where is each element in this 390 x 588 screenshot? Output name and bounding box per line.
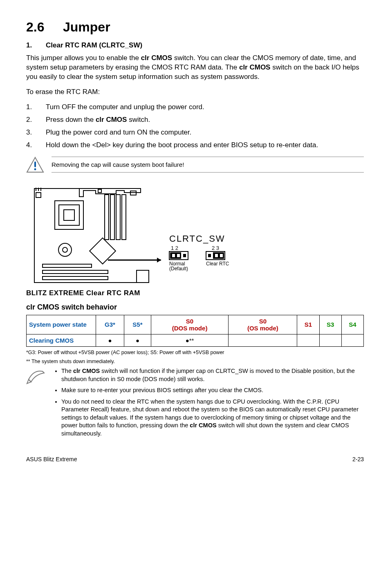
svg-rect-26	[208, 254, 211, 257]
table-row: Clearing CMOS ● ● ●**	[27, 334, 364, 346]
divider	[52, 172, 364, 173]
svg-rect-5	[64, 210, 74, 220]
svg-rect-15	[43, 276, 108, 280]
step-text: Turn OFF the computer and unplug the pow…	[46, 103, 364, 112]
right-mode: Clear RTC	[206, 261, 229, 267]
warning-text: Removing the cap will cause system boot …	[52, 157, 364, 172]
subsection-heading: 1.Clear RTC RAM (CLRTC_SW)	[26, 41, 364, 49]
motherboard-diagram: CLRTC_SW 1 2 Normal (Default) 2 3	[26, 180, 364, 297]
step-item: 2.Press down the clr CMOS switch.	[26, 115, 364, 125]
svg-rect-1	[34, 162, 36, 167]
table-cell	[297, 334, 319, 346]
svg-rect-23	[183, 254, 186, 257]
step-number: 2.	[26, 115, 46, 125]
behavior-heading: clr CMOS switch behavior	[26, 303, 364, 312]
table-col: S5*	[124, 315, 151, 334]
svg-point-7	[63, 247, 67, 252]
svg-rect-28	[220, 254, 223, 257]
step-text: Hold down the <Del> key during the boot …	[46, 141, 364, 150]
page-footer: ASUS Blitz Extreme 2-23	[26, 456, 364, 462]
intro-paragraph: This jumper allows you to enable the clr…	[26, 54, 364, 82]
note-icon	[26, 367, 47, 384]
table-col: S3	[319, 315, 341, 334]
table-col: S0(DOS mode)	[151, 315, 229, 334]
warning-callout: Removing the cap will cause system boot …	[26, 157, 364, 173]
step-number: 1.	[26, 103, 46, 112]
svg-rect-9	[105, 195, 109, 240]
svg-rect-21	[172, 254, 175, 257]
footer-left: ASUS Blitz Extreme	[26, 456, 77, 462]
svg-rect-27	[215, 254, 218, 257]
cmos-table: System power state G3* S5* S0(DOS mode) …	[26, 315, 364, 347]
table-cell: ●	[96, 334, 124, 346]
notes-callout: The clr CMOS switch will not function if…	[26, 367, 364, 441]
table-footnote: ** The system shuts down immediately.	[26, 358, 364, 365]
steps-list: 1.Turn OFF the computer and unplug the p…	[26, 103, 364, 150]
note-item: You do not need to clear the RTC when th…	[61, 398, 364, 438]
section-heading: 2.6Jumper	[26, 20, 364, 35]
table-col: G3*	[96, 315, 124, 334]
row-label: Clearing CMOS	[27, 334, 96, 346]
svg-rect-12	[122, 195, 126, 240]
table-head-rowlabel: System power state	[27, 315, 96, 334]
svg-rect-14	[43, 270, 108, 274]
note-item: The clr CMOS switch will not function if…	[61, 367, 364, 383]
svg-rect-17	[98, 189, 101, 193]
table-cell	[341, 334, 363, 346]
step-text: Press down the clr CMOS switch.	[46, 115, 364, 125]
svg-rect-11	[116, 195, 120, 240]
svg-rect-16	[36, 193, 41, 197]
section-title: Jumper	[63, 20, 110, 34]
svg-point-2	[34, 168, 36, 170]
svg-point-6	[58, 243, 72, 256]
erase-lead: To erase the RTC RAM:	[26, 88, 364, 97]
table-col: S1	[297, 315, 319, 334]
table-col: S4	[341, 315, 363, 334]
table-cell: ●	[124, 334, 151, 346]
left-pins: 1 2	[171, 245, 178, 251]
table-col: S0(OS mode)	[229, 315, 297, 334]
table-cell	[319, 334, 341, 346]
step-number: 3.	[26, 128, 46, 137]
subsection-title: Clear RTC RAM (CLRTC_SW)	[46, 41, 142, 49]
section-number: 2.6	[26, 20, 63, 35]
warning-icon	[26, 157, 44, 173]
svg-rect-22	[177, 254, 180, 257]
svg-rect-10	[110, 195, 114, 240]
pin-label: CLRTC_SW	[169, 233, 225, 244]
footer-right: 2-23	[352, 456, 364, 462]
svg-rect-13	[43, 264, 92, 267]
left-sub: (Default)	[169, 266, 188, 272]
step-item: 3.Plug the power cord and turn ON the co…	[26, 128, 364, 137]
note-item: Make sure to re-enter your previous BIOS…	[61, 386, 364, 395]
svg-rect-4	[59, 205, 79, 225]
step-number: 4.	[26, 141, 46, 150]
right-pins: 2 3	[212, 245, 219, 251]
step-text: Plug the power cord and turn ON the comp…	[46, 128, 364, 137]
step-item: 4.Hold down the <Del> key during the boo…	[26, 141, 364, 150]
table-cell	[229, 334, 297, 346]
table-footnote: *G3: Power off without +5VSB power (AC p…	[26, 349, 364, 356]
subsection-number: 1.	[26, 41, 46, 49]
diagram-caption: BLITZ EXTREME Clear RTC RAM	[26, 289, 364, 297]
table-cell: ●**	[151, 334, 229, 346]
step-item: 1.Turn OFF the computer and unplug the p…	[26, 103, 364, 112]
